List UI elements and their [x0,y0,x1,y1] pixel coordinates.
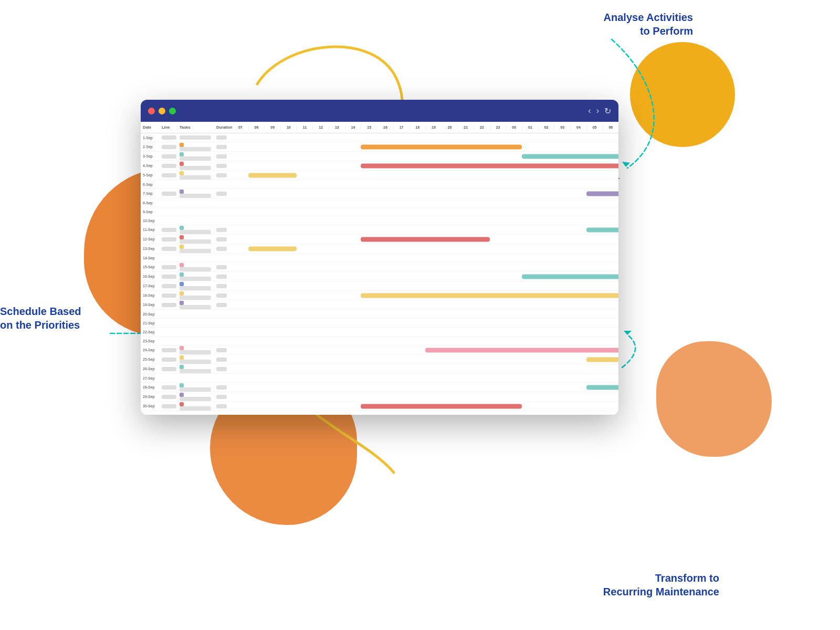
hour-header-05: 05 [586,125,603,129]
gantt-bar [522,154,618,159]
col-header-line: Line [161,125,178,130]
gantt-row[interactable]: 17-Sep [141,281,618,291]
row-line [161,192,178,196]
gantt-row[interactable]: 7-Sep [141,189,618,198]
row-date: 11-Sep [141,228,161,232]
gantt-row[interactable]: 21-Sep [141,319,618,328]
gantt-bar [361,404,522,408]
gantt-row[interactable]: 6-Sep [141,180,618,189]
row-date: 10-Sep [141,219,161,223]
col-header-duration: Duration [215,125,232,130]
row-date: 12-Sep [141,237,161,241]
gantt-row[interactable]: 11-Sep [141,225,618,235]
gantt-row[interactable]: 28-Sep [141,383,618,392]
gantt-row[interactable]: 16-Sep [141,272,618,281]
gantt-row[interactable]: 20-Sep [141,310,618,319]
gantt-row[interactable]: 1-Sep [141,133,618,142]
row-date: 15-Sep [141,265,161,269]
gantt-bar [248,173,297,177]
hour-header-14: 14 [345,125,361,129]
gantt-bar [361,144,522,149]
row-duration [215,228,232,232]
gantt-table: Date Line Tasks Duration 070809101112131… [141,122,618,415]
row-date: 27-Sep [141,376,161,380]
row-line [161,237,178,242]
gantt-row[interactable]: 10-Sep [141,216,618,225]
gantt-row[interactable]: 14-Sep [141,254,618,262]
gantt-row[interactable]: 3-Sep [141,152,618,161]
row-date: 4-Sep [141,164,161,167]
hour-header-02: 02 [538,125,554,129]
gantt-row[interactable]: 26-Sep [141,364,618,374]
gantt-row[interactable]: 23-Sep [141,337,618,345]
hour-header-03: 03 [554,125,570,129]
gantt-row[interactable]: 2-Sep [141,142,618,152]
gantt-bar [586,385,618,390]
browser-window: ‹ › ↻ Date Line Tasks Duration 070809101… [141,100,618,415]
gantt-row[interactable]: 27-Sep [141,374,618,383]
row-duration [215,145,232,149]
gantt-row[interactable]: 24-Sep [141,345,618,355]
hour-header-12: 12 [312,125,329,129]
row-date: 25-Sep [141,358,161,361]
gantt-row[interactable]: 30-Sep [141,402,618,411]
refresh-button[interactable]: ↻ [604,106,611,116]
gantt-row[interactable]: 5-Sep [141,171,618,180]
row-line [161,265,178,269]
row-duration [215,265,232,269]
gantt-body[interactable]: 1-Sep2-Sep3-Sep4-Sep5-Sep6-Sep7-Sep8-Sep… [141,133,618,415]
gantt-row[interactable]: 9-Sep [141,207,618,216]
row-duration [215,284,232,288]
row-line [161,385,178,390]
hour-header-07: 07 [232,125,248,129]
gantt-row[interactable]: 29-Sep [141,392,618,402]
row-line [161,173,178,177]
back-button[interactable]: ‹ [588,106,591,116]
row-date: 24-Sep [141,348,161,352]
row-line [161,367,178,371]
gantt-hours-header: 0708091011121314151617181920212223000102… [232,125,618,129]
gantt-row[interactable]: 22-Sep [141,328,618,337]
hour-header-06: 06 [602,125,618,129]
gantt-row[interactable]: 12-Sep [141,235,618,244]
row-date: 21-Sep [141,321,161,325]
gantt-row[interactable]: 15-Sep [141,262,618,272]
row-date: 29-Sep [141,395,161,398]
row-duration [215,395,232,399]
hour-header-18: 18 [409,125,425,129]
row-duration [215,247,232,251]
gantt-bar [586,191,618,196]
row-date: 16-Sep [141,275,161,278]
gantt-row[interactable]: 8-Sep [141,198,618,207]
col-header-date: Date [141,125,161,130]
dot-maximize[interactable] [169,108,176,114]
row-tasks [178,355,215,364]
gantt-bar [586,227,618,232]
row-line [161,135,178,140]
hour-header-21: 21 [457,125,474,129]
hour-header-23: 23 [490,125,506,129]
row-date: 28-Sep [141,385,161,389]
gantt-bar [425,348,618,352]
gantt-row[interactable]: 19-Sep [141,300,618,310]
dot-minimize[interactable] [159,108,165,114]
forward-button[interactable]: › [596,106,599,116]
hour-header-01: 01 [522,125,538,129]
hour-header-09: 09 [264,125,280,129]
gantt-row[interactable]: 4-Sep [141,161,618,171]
gantt-row[interactable]: 18-Sep [141,291,618,300]
row-line [161,284,178,288]
row-line [161,348,178,352]
row-line [161,145,178,149]
row-duration [215,404,232,408]
dot-close[interactable] [148,108,155,114]
row-line [161,303,178,307]
annotation-left: Schedule Based on the Priorities [0,304,81,332]
gantt-row[interactable]: 13-Sep [141,244,618,254]
row-line [161,395,178,399]
row-date: 9-Sep [141,210,161,214]
row-date: 6-Sep [141,183,161,186]
gantt-header: Date Line Tasks Duration 070809101112131… [141,122,618,133]
gantt-row[interactable]: 25-Sep [141,355,618,364]
row-tasks [178,244,215,253]
